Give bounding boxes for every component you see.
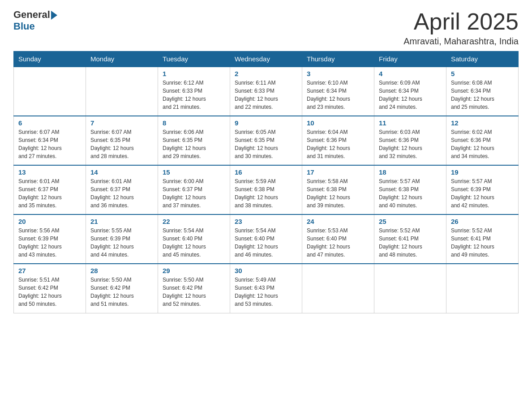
day-info: Sunrise: 6:04 AM Sunset: 6:36 PM Dayligh…: [307, 128, 369, 160]
day-info: Sunrise: 5:55 AM Sunset: 6:39 PM Dayligh…: [90, 227, 153, 259]
calendar-cell: 17Sunrise: 5:58 AM Sunset: 6:38 PM Dayli…: [302, 165, 374, 214]
day-info: Sunrise: 5:52 AM Sunset: 6:41 PM Dayligh…: [451, 227, 514, 259]
calendar-table: SundayMondayTuesdayWednesdayThursdayFrid…: [13, 51, 519, 313]
col-header-tuesday: Tuesday: [158, 51, 230, 67]
day-info: Sunrise: 5:56 AM Sunset: 6:39 PM Dayligh…: [18, 227, 81, 259]
day-info: Sunrise: 5:50 AM Sunset: 6:42 PM Dayligh…: [163, 276, 225, 308]
calendar-cell: 23Sunrise: 5:54 AM Sunset: 6:40 PM Dayli…: [230, 214, 302, 264]
col-header-wednesday: Wednesday: [230, 51, 302, 67]
calendar-cell: 14Sunrise: 6:01 AM Sunset: 6:37 PM Dayli…: [86, 165, 158, 214]
day-info: Sunrise: 6:03 AM Sunset: 6:36 PM Dayligh…: [379, 128, 442, 160]
day-number: 27: [18, 267, 81, 274]
day-number: 6: [18, 119, 81, 127]
col-header-sunday: Sunday: [14, 51, 86, 67]
col-header-thursday: Thursday: [302, 51, 374, 67]
calendar-cell: 3Sunrise: 6:10 AM Sunset: 6:34 PM Daylig…: [302, 67, 374, 116]
calendar-cell: 21Sunrise: 5:55 AM Sunset: 6:39 PM Dayli…: [86, 214, 158, 264]
day-number: 30: [235, 267, 297, 274]
calendar-cell: 19Sunrise: 5:57 AM Sunset: 6:39 PM Dayli…: [446, 165, 519, 214]
calendar-cell: 8Sunrise: 6:06 AM Sunset: 6:35 PM Daylig…: [158, 116, 230, 165]
calendar-week-4: 20Sunrise: 5:56 AM Sunset: 6:39 PM Dayli…: [14, 214, 519, 264]
day-info: Sunrise: 6:11 AM Sunset: 6:33 PM Dayligh…: [235, 79, 297, 111]
day-number: 5: [451, 70, 514, 77]
calendar-cell: 7Sunrise: 6:07 AM Sunset: 6:35 PM Daylig…: [86, 116, 158, 165]
page-header: General Blue April 2025 Amravati, Mahara…: [13, 9, 519, 47]
day-number: 20: [18, 218, 81, 225]
day-info: Sunrise: 6:12 AM Sunset: 6:33 PM Dayligh…: [163, 79, 225, 111]
day-info: Sunrise: 5:54 AM Sunset: 6:40 PM Dayligh…: [235, 227, 297, 259]
day-info: Sunrise: 6:00 AM Sunset: 6:37 PM Dayligh…: [163, 177, 225, 210]
day-info: Sunrise: 6:02 AM Sunset: 6:36 PM Dayligh…: [451, 128, 514, 160]
calendar-week-3: 13Sunrise: 6:01 AM Sunset: 6:37 PM Dayli…: [14, 165, 519, 214]
calendar-cell: 20Sunrise: 5:56 AM Sunset: 6:39 PM Dayli…: [14, 214, 86, 264]
calendar-cell: 1Sunrise: 6:12 AM Sunset: 6:33 PM Daylig…: [158, 67, 230, 116]
calendar-header-row: SundayMondayTuesdayWednesdayThursdayFrid…: [14, 51, 519, 67]
calendar-cell: 28Sunrise: 5:50 AM Sunset: 6:42 PM Dayli…: [86, 264, 158, 313]
calendar-week-5: 27Sunrise: 5:51 AM Sunset: 6:42 PM Dayli…: [14, 264, 519, 313]
calendar-cell: 25Sunrise: 5:52 AM Sunset: 6:41 PM Dayli…: [374, 214, 446, 264]
day-number: 21: [90, 218, 153, 225]
calendar-cell: 2Sunrise: 6:11 AM Sunset: 6:33 PM Daylig…: [230, 67, 302, 116]
day-number: 25: [379, 218, 442, 225]
logo-text-general: General: [13, 9, 50, 21]
calendar-cell: [374, 264, 446, 313]
day-number: 3: [307, 70, 369, 77]
day-info: Sunrise: 6:09 AM Sunset: 6:34 PM Dayligh…: [379, 79, 442, 111]
calendar-cell: 22Sunrise: 5:54 AM Sunset: 6:40 PM Dayli…: [158, 214, 230, 264]
calendar-cell: 24Sunrise: 5:53 AM Sunset: 6:40 PM Dayli…: [302, 214, 374, 264]
calendar-cell: 29Sunrise: 5:50 AM Sunset: 6:42 PM Dayli…: [158, 264, 230, 313]
calendar-cell: 9Sunrise: 6:05 AM Sunset: 6:35 PM Daylig…: [230, 116, 302, 165]
calendar-cell: [86, 67, 158, 116]
day-number: 10: [307, 119, 369, 127]
day-info: Sunrise: 5:50 AM Sunset: 6:42 PM Dayligh…: [90, 276, 153, 308]
page-title: April 2025: [403, 9, 519, 34]
calendar-cell: 27Sunrise: 5:51 AM Sunset: 6:42 PM Dayli…: [14, 264, 86, 313]
day-info: Sunrise: 6:07 AM Sunset: 6:35 PM Dayligh…: [90, 128, 153, 160]
day-info: Sunrise: 6:01 AM Sunset: 6:37 PM Dayligh…: [18, 177, 81, 210]
day-info: Sunrise: 5:59 AM Sunset: 6:38 PM Dayligh…: [235, 177, 297, 210]
day-info: Sunrise: 5:53 AM Sunset: 6:40 PM Dayligh…: [307, 227, 369, 259]
day-info: Sunrise: 6:05 AM Sunset: 6:35 PM Dayligh…: [235, 128, 297, 160]
day-number: 23: [235, 218, 297, 225]
day-number: 1: [163, 70, 225, 77]
day-info: Sunrise: 5:57 AM Sunset: 6:39 PM Dayligh…: [451, 177, 514, 210]
col-header-friday: Friday: [374, 51, 446, 67]
day-number: 9: [235, 119, 297, 127]
calendar-cell: 10Sunrise: 6:04 AM Sunset: 6:36 PM Dayli…: [302, 116, 374, 165]
calendar-cell: 6Sunrise: 6:07 AM Sunset: 6:34 PM Daylig…: [14, 116, 86, 165]
day-number: 14: [90, 168, 153, 176]
day-number: 29: [163, 267, 225, 274]
day-number: 18: [379, 168, 442, 176]
day-number: 24: [307, 218, 369, 225]
day-info: Sunrise: 6:07 AM Sunset: 6:34 PM Dayligh…: [18, 128, 81, 160]
day-number: 13: [18, 168, 81, 176]
calendar-cell: [446, 264, 519, 313]
day-number: 7: [90, 119, 153, 127]
logo-text-blue: Blue: [13, 21, 57, 32]
day-info: Sunrise: 6:01 AM Sunset: 6:37 PM Dayligh…: [90, 177, 153, 210]
calendar-cell: 30Sunrise: 5:49 AM Sunset: 6:43 PM Dayli…: [230, 264, 302, 313]
calendar-cell: 12Sunrise: 6:02 AM Sunset: 6:36 PM Dayli…: [446, 116, 519, 165]
col-header-saturday: Saturday: [446, 51, 519, 67]
day-number: 26: [451, 218, 514, 225]
day-info: Sunrise: 5:52 AM Sunset: 6:41 PM Dayligh…: [379, 227, 442, 259]
calendar-cell: 5Sunrise: 6:08 AM Sunset: 6:34 PM Daylig…: [446, 67, 519, 116]
calendar-cell: 15Sunrise: 6:00 AM Sunset: 6:37 PM Dayli…: [158, 165, 230, 214]
day-number: 28: [90, 267, 153, 274]
day-info: Sunrise: 6:10 AM Sunset: 6:34 PM Dayligh…: [307, 79, 369, 111]
day-info: Sunrise: 5:58 AM Sunset: 6:38 PM Dayligh…: [307, 177, 369, 210]
day-info: Sunrise: 5:49 AM Sunset: 6:43 PM Dayligh…: [235, 276, 297, 308]
day-number: 15: [163, 168, 225, 176]
calendar-cell: 16Sunrise: 5:59 AM Sunset: 6:38 PM Dayli…: [230, 165, 302, 214]
calendar-cell: 13Sunrise: 6:01 AM Sunset: 6:37 PM Dayli…: [14, 165, 86, 214]
day-number: 4: [379, 70, 442, 77]
calendar-cell: 11Sunrise: 6:03 AM Sunset: 6:36 PM Dayli…: [374, 116, 446, 165]
day-info: Sunrise: 5:54 AM Sunset: 6:40 PM Dayligh…: [163, 227, 225, 259]
day-number: 19: [451, 168, 514, 176]
day-number: 12: [451, 119, 514, 127]
day-number: 2: [235, 70, 297, 77]
calendar-cell: [302, 264, 374, 313]
day-number: 17: [307, 168, 369, 176]
day-info: Sunrise: 5:57 AM Sunset: 6:38 PM Dayligh…: [379, 177, 442, 210]
calendar-cell: 18Sunrise: 5:57 AM Sunset: 6:38 PM Dayli…: [374, 165, 446, 214]
